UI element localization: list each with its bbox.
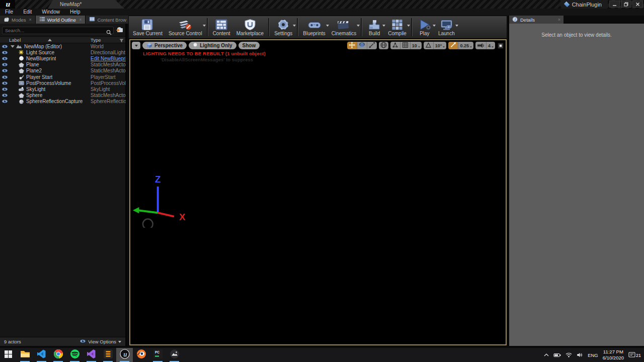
edit-blueprint-link[interactable]: Edit NewBlueprin [91, 56, 126, 61]
taskbar-spotify-icon[interactable] [66, 348, 83, 362]
visibility-eye-icon[interactable] [1, 68, 9, 73]
tray-expand-icon[interactable] [544, 353, 549, 356]
outliner-row-plane[interactable]: PlaneStaticMeshActor [0, 62, 125, 68]
outliner-column-headers[interactable]: Label Type [0, 36, 125, 43]
visibility-eye-icon[interactable] [1, 62, 9, 67]
chevron-down-icon[interactable] [293, 25, 296, 27]
unreal-logo-icon[interactable]: u [0, 0, 15, 9]
taskbar-chrome-icon[interactable] [50, 348, 66, 362]
cinematics-button[interactable]: Cinematics [329, 17, 359, 38]
visibility-eye-icon[interactable] [1, 44, 9, 49]
chevron-down-icon[interactable] [455, 25, 458, 27]
save-current-button[interactable]: Save Current [130, 17, 166, 38]
outliner-row-player-start[interactable]: Player StartPlayerStart [0, 74, 125, 80]
world-local-toggle[interactable] [379, 42, 388, 49]
visibility-eye-icon[interactable] [1, 50, 9, 55]
menu-edit[interactable]: Edit [18, 9, 37, 16]
menu-window[interactable]: Window [37, 9, 65, 16]
blueprints-button[interactable]: Blueprints [300, 17, 328, 38]
view-options-button[interactable]: View Options [79, 339, 121, 344]
visibility-eye-icon[interactable] [1, 75, 9, 79]
expander-icon[interactable] [11, 45, 15, 48]
rotation-snap[interactable] [424, 42, 434, 49]
chevron-down-icon[interactable] [203, 25, 206, 27]
lighting-only-button[interactable]: Lighting Only [189, 42, 236, 49]
close-button[interactable] [632, 1, 643, 8]
taskbar-unreal-icon[interactable]: u [116, 348, 133, 362]
volume-icon[interactable] [577, 352, 583, 357]
map-document-tab[interactable]: NewMap* [48, 0, 124, 9]
create-folder-icon[interactable] [116, 26, 123, 35]
map-tab-label: NewMap* [60, 2, 82, 7]
outliner-row-skylight[interactable]: SkyLightSkyLight [0, 86, 125, 92]
taskbar-vscode-icon[interactable] [33, 348, 50, 362]
grid-snap[interactable] [400, 42, 411, 49]
close-icon[interactable]: × [29, 17, 32, 22]
clock[interactable]: 11:27 PM6/10/2020 [603, 349, 624, 361]
visibility-eye-icon[interactable] [1, 99, 9, 104]
show-button[interactable]: Show [238, 42, 260, 49]
maximize-viewport-button[interactable] [497, 42, 504, 49]
notification-center-icon[interactable]: 21 [628, 352, 641, 358]
chevron-down-icon[interactable] [357, 25, 360, 27]
tab-modes[interactable]: Modes× [0, 16, 36, 24]
rotation-snap-value-value: 10° [435, 43, 442, 48]
column-type[interactable]: Type [91, 37, 101, 43]
settings-button[interactable]: Settings [271, 17, 295, 38]
menu-help[interactable]: Help [65, 9, 86, 16]
outliner-row-sphere[interactable]: SphereStaticMeshActor [0, 93, 125, 99]
visibility-eye-icon[interactable] [1, 93, 9, 98]
maximize-button[interactable] [621, 1, 631, 8]
language-indicator[interactable]: ENG [588, 352, 598, 358]
source-control-button[interactable]: Source Control [166, 17, 205, 38]
minimize-button[interactable] [609, 1, 620, 8]
outliner-row-postprocessvolume[interactable]: PostProcessVolumePostProcessVolur [0, 80, 125, 86]
tab-details[interactable]: i Details × [509, 16, 564, 24]
outliner-row-plane2[interactable]: Plane2StaticMeshActor [0, 68, 125, 74]
content-button[interactable]: Content [210, 17, 233, 38]
tab-world-outline[interactable]: World Outline× [36, 16, 86, 24]
scale-tool[interactable] [367, 42, 377, 49]
taskbar-start-icon[interactable] [0, 348, 17, 362]
build-button[interactable]: Build [364, 17, 385, 38]
grid-snap-value[interactable]: 10 [411, 42, 422, 49]
surface-snap[interactable] [390, 42, 400, 49]
visibility-eye-icon[interactable] [1, 87, 9, 92]
outliner-row-newblueprint[interactable]: NewBlueprintEdit NewBlueprin [0, 55, 125, 61]
chevron-down-icon[interactable] [407, 25, 410, 27]
viewport-options-dropdown[interactable] [132, 42, 140, 49]
compile-button[interactable]: Compile [385, 17, 410, 38]
close-icon[interactable]: × [558, 17, 560, 22]
rotate-tool[interactable] [357, 42, 367, 49]
taskbar-photos-icon[interactable] [166, 348, 183, 362]
search-icon [106, 28, 112, 37]
camera-speed[interactable] [475, 42, 487, 49]
scale-snap[interactable] [448, 42, 458, 49]
rotation-snap-value[interactable]: 10° [434, 42, 447, 49]
perspective-button[interactable]: Perspective [142, 42, 187, 49]
move-tool[interactable] [347, 42, 357, 49]
outliner-row-spherereflectioncapture[interactable]: SphereReflectionCaptureSphereReflectionC [0, 99, 125, 105]
column-label[interactable]: Label [9, 37, 21, 43]
camera-speed-value[interactable]: 4 [487, 42, 495, 49]
search-input[interactable] [3, 27, 113, 34]
visibility-eye-icon[interactable] [1, 56, 9, 61]
menu-file[interactable]: File [0, 9, 18, 16]
taskbar-visualstudio-icon[interactable] [83, 348, 100, 362]
viewport[interactable]: ZXY PerspectiveLighting OnlyShow 1010°0.… [129, 39, 507, 345]
taskbar-blender-icon[interactable] [133, 348, 149, 362]
taskbar-explorer-icon[interactable] [17, 348, 33, 362]
taskbar-pycharm-icon[interactable]: PC [149, 348, 166, 362]
battery-icon[interactable] [553, 353, 561, 357]
launch-button[interactable]: Launch [435, 17, 458, 38]
outliner-row-newmap-editor[interactable]: NewMap (Editor)World [0, 43, 125, 49]
scale-snap-value[interactable]: 0.25 [458, 42, 473, 49]
search-box[interactable] [2, 27, 114, 34]
play-button[interactable]: Play [414, 17, 435, 38]
close-icon[interactable]: × [79, 17, 82, 22]
outliner-row-light-source[interactable]: Light SourceDirectionalLight [0, 49, 125, 55]
wifi-icon[interactable] [566, 352, 572, 357]
taskbar-sublime-icon[interactable] [100, 348, 116, 362]
marketplace-button[interactable]: Marketplace [233, 17, 267, 38]
visibility-eye-icon[interactable] [1, 81, 9, 85]
